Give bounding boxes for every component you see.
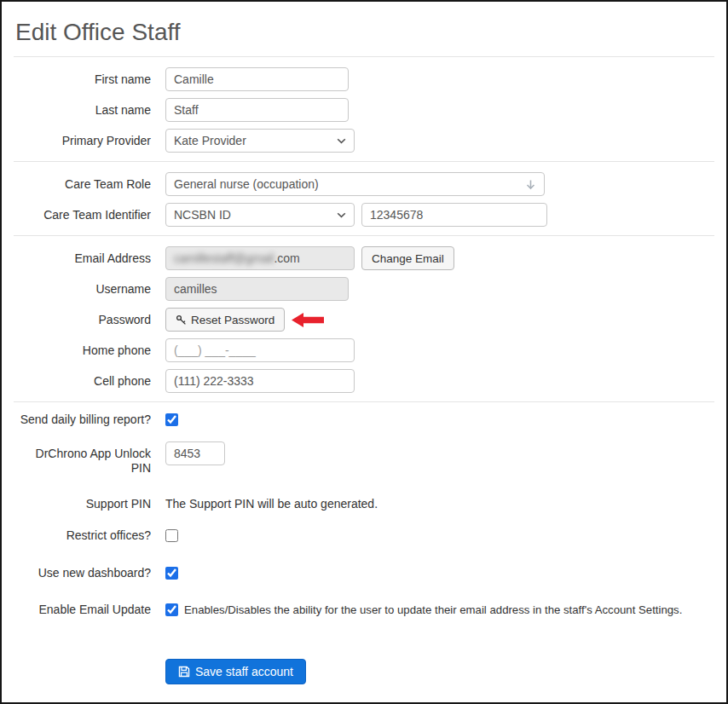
email-field: camillestaff@gmail.com bbox=[165, 246, 355, 270]
enable-email-update-checkbox[interactable] bbox=[165, 603, 178, 616]
care-team-identifier-label: Care Team Identifier bbox=[14, 203, 165, 223]
save-row-spacer bbox=[14, 659, 165, 664]
email-visible-suffix: .com bbox=[274, 251, 299, 265]
daily-billing-control bbox=[165, 413, 714, 426]
care-team-identifier-id-input[interactable] bbox=[361, 203, 547, 227]
enable-email-update-row: Enable Email Update Enables/Disables the… bbox=[14, 603, 714, 618]
care-team-identifier-type-select[interactable]: NCSBN ID bbox=[165, 203, 355, 227]
header-divider bbox=[14, 56, 714, 57]
home-phone-input[interactable] bbox=[165, 338, 355, 362]
password-row: Password Reset Password bbox=[14, 308, 714, 332]
last-name-control bbox=[165, 98, 714, 122]
care-team-role-select[interactable]: General nurse (occupation) bbox=[165, 172, 545, 196]
care-team-role-label: Care Team Role bbox=[14, 172, 165, 193]
username-label: Username bbox=[14, 277, 165, 297]
new-dashboard-label: Use new dashboard? bbox=[14, 566, 165, 581]
email-control: camillestaff@gmail.com Change Email bbox=[165, 246, 714, 270]
username-value: camilles bbox=[174, 282, 217, 296]
unlock-pin-input[interactable] bbox=[165, 441, 225, 465]
chevron-down-icon bbox=[337, 212, 346, 218]
first-name-label: First name bbox=[14, 67, 165, 88]
first-name-control bbox=[165, 67, 714, 91]
save-button-label: Save staff account bbox=[195, 665, 293, 678]
enable-email-update-control: Enables/Disables the ability for the use… bbox=[165, 603, 714, 616]
email-row: Email Address camillestaff@gmail.com Cha… bbox=[14, 246, 714, 270]
restrict-offices-row: Restrict offices? bbox=[14, 528, 714, 544]
daily-billing-row: Send daily billing report? bbox=[14, 413, 714, 428]
password-control: Reset Password bbox=[165, 308, 714, 332]
cell-phone-input[interactable] bbox=[165, 369, 355, 393]
cell-phone-control bbox=[165, 369, 714, 393]
cell-phone-row: Cell phone bbox=[14, 369, 714, 393]
support-pin-control: The Support PIN will be auto generated. bbox=[165, 492, 714, 511]
left-arrow-icon bbox=[291, 312, 325, 328]
cell-phone-label: Cell phone bbox=[14, 369, 165, 390]
care-team-identifier-row: Care Team Identifier NCSBN ID bbox=[14, 203, 714, 227]
restrict-offices-control bbox=[165, 528, 714, 542]
primary-provider-label: Primary Provider bbox=[14, 129, 165, 149]
care-team-role-control: General nurse (occupation) bbox=[165, 172, 714, 196]
home-phone-label: Home phone bbox=[14, 338, 165, 359]
care-team-identifier-type-value: NCSBN ID bbox=[174, 208, 231, 222]
daily-billing-label: Send daily billing report? bbox=[14, 413, 165, 428]
username-control: camilles bbox=[165, 277, 714, 301]
change-email-button[interactable]: Change Email bbox=[361, 246, 454, 270]
daily-billing-checkbox[interactable] bbox=[165, 413, 178, 426]
first-name-row: First name bbox=[14, 67, 714, 91]
page-title: Edit Office Staff bbox=[15, 19, 714, 46]
username-field: camilles bbox=[165, 277, 349, 301]
reset-password-button[interactable]: Reset Password bbox=[165, 308, 285, 332]
chevron-down-icon bbox=[337, 138, 346, 144]
last-name-input[interactable] bbox=[165, 98, 349, 122]
enable-email-update-description: Enables/Disables the ability for the use… bbox=[184, 603, 682, 616]
support-pin-label: Support PIN bbox=[14, 492, 165, 512]
save-icon bbox=[178, 666, 190, 678]
restrict-offices-checkbox[interactable] bbox=[165, 529, 178, 542]
home-phone-row: Home phone bbox=[14, 338, 714, 362]
last-name-label: Last name bbox=[14, 98, 165, 118]
section-divider-2 bbox=[14, 235, 714, 236]
primary-provider-selected-value: Kate Provider bbox=[174, 134, 246, 147]
unlock-pin-row: DrChrono App Unlock PIN bbox=[14, 441, 714, 476]
save-staff-account-button[interactable]: Save staff account bbox=[165, 659, 306, 684]
support-pin-row: Support PIN The Support PIN will be auto… bbox=[14, 492, 714, 512]
care-team-role-row: Care Team Role General nurse (occupation… bbox=[14, 172, 714, 196]
username-row: Username camilles bbox=[14, 277, 714, 301]
new-dashboard-checkbox[interactable] bbox=[165, 567, 178, 580]
unlock-pin-label: DrChrono App Unlock PIN bbox=[14, 441, 165, 476]
email-label: Email Address bbox=[14, 246, 165, 267]
care-team-role-selected-value: General nurse (occupation) bbox=[174, 177, 319, 191]
email-masked-value: camillestaff@gmail bbox=[174, 251, 274, 265]
support-pin-text: The Support PIN will be auto generated. bbox=[165, 492, 378, 511]
new-dashboard-control bbox=[165, 566, 714, 580]
edit-office-staff-page: Edit Office Staff First name Last name P… bbox=[0, 0, 728, 704]
section-divider-3 bbox=[14, 401, 714, 402]
primary-provider-select[interactable]: Kate Provider bbox=[165, 129, 355, 153]
red-arrow-annotation bbox=[291, 312, 325, 328]
primary-provider-control: Kate Provider bbox=[165, 129, 714, 153]
home-phone-control bbox=[165, 338, 714, 362]
new-dashboard-row: Use new dashboard? bbox=[14, 566, 714, 581]
primary-provider-row: Primary Provider Kate Provider bbox=[14, 129, 714, 153]
section-divider-1 bbox=[14, 161, 714, 162]
change-email-button-label: Change Email bbox=[372, 252, 444, 265]
unlock-pin-control bbox=[165, 441, 714, 465]
first-name-input[interactable] bbox=[165, 67, 349, 91]
reset-password-button-label: Reset Password bbox=[191, 314, 274, 326]
arrow-down-icon bbox=[525, 179, 536, 190]
restrict-offices-label: Restrict offices? bbox=[14, 528, 165, 544]
password-label: Password bbox=[14, 308, 165, 328]
enable-email-update-label: Enable Email Update bbox=[14, 603, 165, 618]
save-control: Save staff account bbox=[165, 659, 714, 684]
save-row: Save staff account bbox=[14, 659, 714, 684]
key-icon bbox=[176, 314, 187, 326]
care-team-identifier-control: NCSBN ID bbox=[165, 203, 714, 227]
last-name-row: Last name bbox=[14, 98, 714, 122]
